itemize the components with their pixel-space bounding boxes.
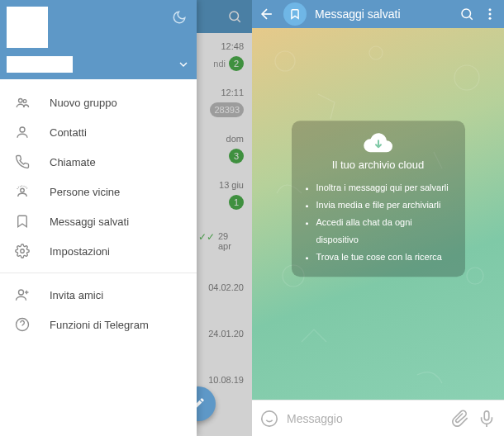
drawer-item-new-group[interactable]: Nuovo gruppo	[0, 88, 197, 117]
more-icon[interactable]	[483, 7, 497, 21]
drawer-item-features[interactable]: Funzioni di Telegram	[0, 310, 197, 339]
svg-point-3	[23, 100, 26, 103]
drawer-item-saved[interactable]: Messaggi salvati	[0, 206, 197, 236]
drawer-item-calls[interactable]: Chiamate	[0, 147, 197, 177]
bullet: Accedi alla chat da ogni dispositivo	[316, 214, 452, 249]
svg-point-5	[21, 188, 25, 192]
drawer-item-label: Funzioni di Telegram	[50, 319, 149, 331]
svg-line-14	[469, 17, 472, 19]
drawer-item-label: Impostazioni	[50, 245, 110, 258]
cloud-download-icon	[364, 132, 393, 154]
drawer-item-label: Chiamate	[50, 156, 96, 168]
svg-point-18	[275, 51, 295, 71]
night-mode-icon[interactable]	[172, 10, 187, 25]
group-icon	[15, 95, 30, 110]
svg-point-20	[467, 268, 483, 284]
message-input-bar	[252, 400, 504, 436]
drawer-separator	[0, 272, 197, 273]
drawer-item-label: Persone vicine	[50, 186, 120, 198]
empty-state-card: Il tuo archivio cloud Inoltra i messaggi…	[292, 121, 465, 277]
svg-point-15	[489, 8, 492, 11]
svg-point-21	[369, 46, 383, 59]
drawer-item-label: Messaggi salvati	[50, 216, 129, 228]
svg-point-13	[462, 9, 471, 18]
svg-point-17	[489, 17, 492, 20]
chat-body: Il tuo archivio cloud Inoltra i messaggi…	[252, 28, 504, 400]
svg-point-2	[19, 99, 23, 103]
empty-state-title: Il tuo archivio cloud	[305, 159, 452, 171]
nav-drawer: Nuovo gruppo Contatti Chiamate Persone v…	[0, 0, 197, 436]
empty-state-bullets: Inoltra i messaggi qui per salvarli Invi…	[305, 179, 452, 265]
left-screenshot: 12:48 ndi2 12:11 28393 dom 3 13 giu 1 ✓✓…	[0, 0, 252, 436]
chevron-down-icon	[177, 58, 190, 71]
bullet: Trova le tue cose con la ricerca	[316, 249, 452, 266]
svg-point-4	[20, 127, 25, 132]
svg-point-19	[454, 65, 479, 90]
saved-avatar	[283, 2, 307, 26]
back-icon[interactable]	[259, 6, 275, 22]
person-icon	[15, 125, 30, 140]
message-input[interactable]	[287, 412, 443, 425]
search-icon[interactable]	[459, 7, 474, 21]
svg-point-23	[262, 410, 277, 425]
svg-point-6	[21, 249, 25, 254]
svg-point-16	[489, 13, 492, 16]
add-user-icon	[15, 287, 30, 302]
right-screenshot: Messaggi salvati Il tuo archivio cloud I…	[252, 0, 504, 436]
bookmark-icon	[289, 8, 301, 20]
drawer-item-nearby[interactable]: Persone vicine	[0, 177, 197, 206]
attach-icon[interactable]	[451, 410, 469, 428]
drawer-item-contacts[interactable]: Contatti	[0, 117, 197, 147]
bookmark-icon	[15, 214, 30, 229]
gear-icon	[15, 244, 30, 258]
drawer-header	[0, 0, 197, 79]
nearby-icon	[15, 184, 30, 199]
drawer-item-label: Contatti	[50, 126, 87, 139]
emoji-icon[interactable]	[260, 410, 278, 428]
drawer-list: Nuovo gruppo Contatti Chiamate Persone v…	[0, 79, 197, 436]
account-switcher[interactable]	[7, 56, 190, 73]
bullet: Inoltra i messaggi qui per salvarli	[316, 179, 452, 197]
account-name	[7, 56, 73, 73]
phone-icon	[15, 154, 30, 169]
avatar[interactable]	[7, 7, 48, 48]
drawer-item-settings[interactable]: Impostazioni	[0, 236, 197, 266]
svg-rect-26	[484, 410, 489, 419]
help-icon	[15, 317, 30, 332]
drawer-item-invite[interactable]: Invita amici	[0, 280, 197, 310]
mic-icon[interactable]	[478, 410, 496, 428]
bullet: Invia media e file per archiviarli	[316, 197, 452, 214]
chat-title[interactable]: Messaggi salvati	[315, 7, 451, 21]
chat-topbar: Messaggi salvati	[252, 0, 504, 28]
svg-point-7	[19, 290, 24, 295]
drawer-item-label: Invita amici	[50, 289, 103, 301]
drawer-item-label: Nuovo gruppo	[50, 97, 117, 109]
